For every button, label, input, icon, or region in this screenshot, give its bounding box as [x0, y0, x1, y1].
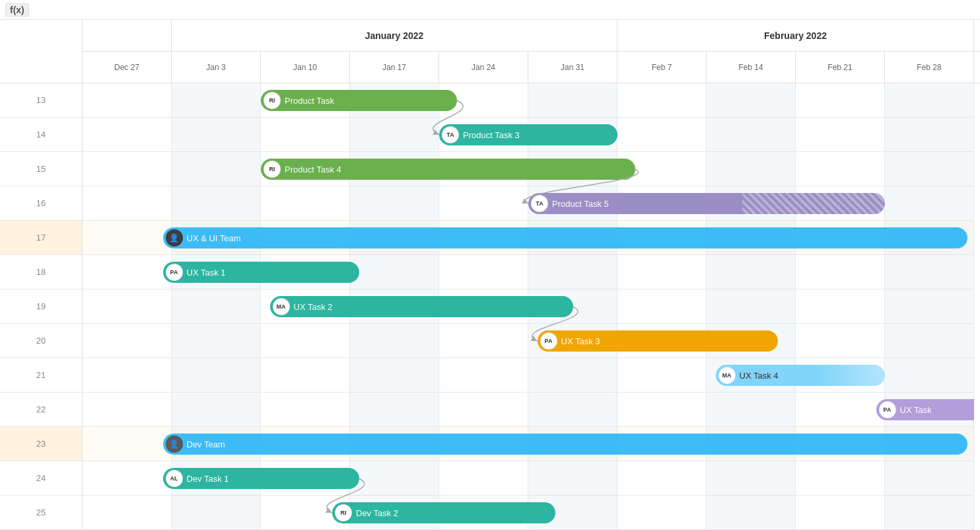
week-Jan-3: Jan 3 [172, 52, 261, 83]
task-label-t2: Product Task 3 [463, 130, 520, 140]
task-label-t3: Product Task 4 [285, 165, 341, 174]
gantt-rows: RIProduct TaskTAProduct Task 3RIProduct … [83, 83, 974, 530]
month-feb: February 2022 [617, 20, 974, 51]
avatar-t2: TA [442, 126, 459, 143]
avatar-t12: AL [166, 470, 183, 487]
task-bar-t1[interactable]: RIProduct Task [261, 90, 457, 111]
row-num-17: 17 [0, 221, 82, 255]
avatar-t5: 👤 [166, 229, 183, 246]
gantt-row-9 [83, 393, 974, 427]
avatar-t11: 👤 [166, 435, 183, 453]
avatar-t8: PA [540, 332, 557, 350]
avatar-t3: RI [263, 161, 281, 178]
row-num-13: 13 [0, 83, 82, 118]
week-Feb-14: Feb 14 [707, 52, 796, 83]
task-label-t9: UX Task 4 [740, 371, 779, 381]
row-num-23: 23 [0, 427, 82, 461]
fx-logo[interactable]: f(x) [5, 3, 29, 17]
task-label-t13: Dev Task 2 [356, 508, 398, 518]
task-label-t8: UX Task 3 [561, 336, 600, 346]
task-bar-t12[interactable]: ALDev Task 1 [163, 468, 359, 489]
task-label-t6: UX Task 1 [187, 268, 226, 278]
avatar-t10: PA [879, 401, 896, 418]
week-Feb-21: Feb 21 [796, 52, 885, 83]
row-num-22: 22 [0, 393, 82, 427]
row-num-25: 25 [0, 496, 82, 530]
task-label-t4: Product Task 5 [552, 199, 609, 209]
avatar-t1: RI [263, 92, 281, 109]
row-num-19: 19 [0, 289, 82, 324]
row-numbers: 13141516171819202122232425 [0, 20, 83, 530]
task-label-t11: Dev Team [187, 439, 225, 449]
row-num-24: 24 [0, 461, 82, 496]
month-dec [83, 20, 172, 51]
task-bar-t7[interactable]: MAUX Task 2 [270, 296, 573, 317]
avatar-t6: PA [166, 264, 183, 281]
task-label-t10: UX Task [900, 405, 932, 415]
row-num-15: 15 [0, 152, 82, 186]
row-num-20: 20 [0, 324, 82, 358]
avatar-t7: MA [273, 298, 290, 315]
avatar-t13: RI [335, 504, 352, 521]
row-num-14: 14 [0, 118, 82, 152]
app-container: f(x) 13141516171819202122232425 January … [0, 0, 980, 530]
task-bar-t9[interactable]: MAUX Task 4 [716, 365, 886, 386]
week-Jan-31: Jan 31 [528, 52, 617, 83]
week-Dec-27: Dec 27 [83, 52, 172, 83]
task-label-t7: UX Task 2 [294, 302, 333, 312]
row-num-21: 21 [0, 358, 82, 393]
task-bar-t3[interactable]: RIProduct Task 4 [261, 159, 635, 180]
gantt-row-7 [83, 324, 974, 358]
week-Jan-17: Jan 17 [350, 52, 439, 83]
month-header: January 2022February 2022 [83, 20, 980, 52]
week-Feb-28: Feb 28 [885, 52, 974, 83]
gantt-row-0 [83, 83, 974, 118]
task-label-t1: Product Task [285, 96, 334, 106]
gantt-area: January 2022February 2022 Dec 27Jan 3Jan… [83, 20, 980, 530]
task-bar-t8[interactable]: PAUX Task 3 [538, 330, 779, 352]
week-header: Dec 27Jan 3Jan 10Jan 17Jan 24Jan 31Feb 7… [83, 52, 980, 83]
week-Feb-7: Feb 7 [617, 52, 707, 83]
week-Jan-24: Jan 24 [439, 52, 528, 83]
task-label-t12: Dev Task 1 [187, 474, 229, 484]
task-bar-t11[interactable]: 👤Dev Team [163, 434, 968, 455]
task-bar-t5[interactable]: 👤UX & UI Team [163, 227, 968, 248]
top-bar: f(x) [0, 0, 980, 20]
task-bar-t13[interactable]: RIDev Task 2 [332, 502, 555, 523]
task-bar-t10[interactable]: PAUX Task [876, 399, 975, 420]
week-Jan-10: Jan 10 [261, 52, 350, 83]
task-bar-t6[interactable]: PAUX Task 1 [163, 262, 359, 283]
task-bar-t4[interactable]: TAProduct Task 5 [528, 193, 885, 214]
task-label-t5: UX & UI Team [187, 233, 241, 243]
avatar-t4: TA [531, 195, 548, 212]
task-bar-t2[interactable]: TAProduct Task 3 [439, 124, 617, 145]
avatar-t9: MA [718, 367, 736, 384]
main-layout: 13141516171819202122232425 January 2022F… [0, 20, 980, 530]
row-num-18: 18 [0, 255, 82, 289]
row-num-16: 16 [0, 186, 82, 221]
row-header-spacer [0, 20, 82, 83]
month-jan: January 2022 [172, 20, 617, 51]
